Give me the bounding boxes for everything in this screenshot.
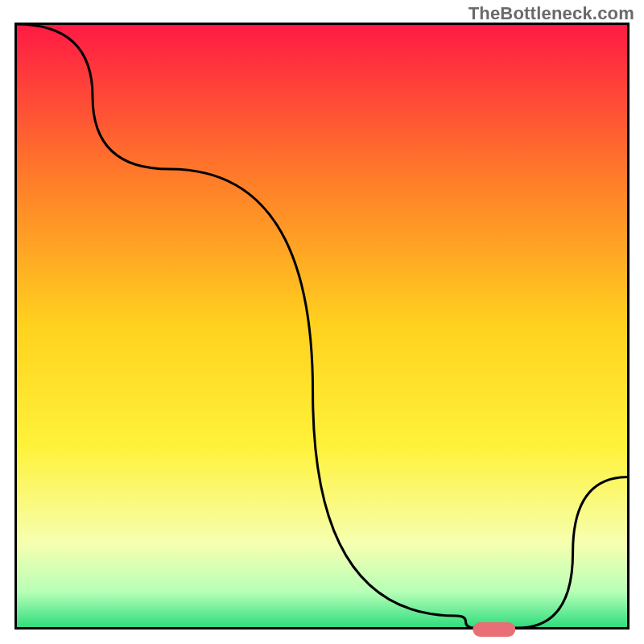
bottleneck-chart: [14, 23, 630, 630]
plot-background: [16, 24, 628, 628]
chart-frame: [14, 23, 630, 630]
watermark-label: TheBottleneck.com: [469, 3, 634, 24]
